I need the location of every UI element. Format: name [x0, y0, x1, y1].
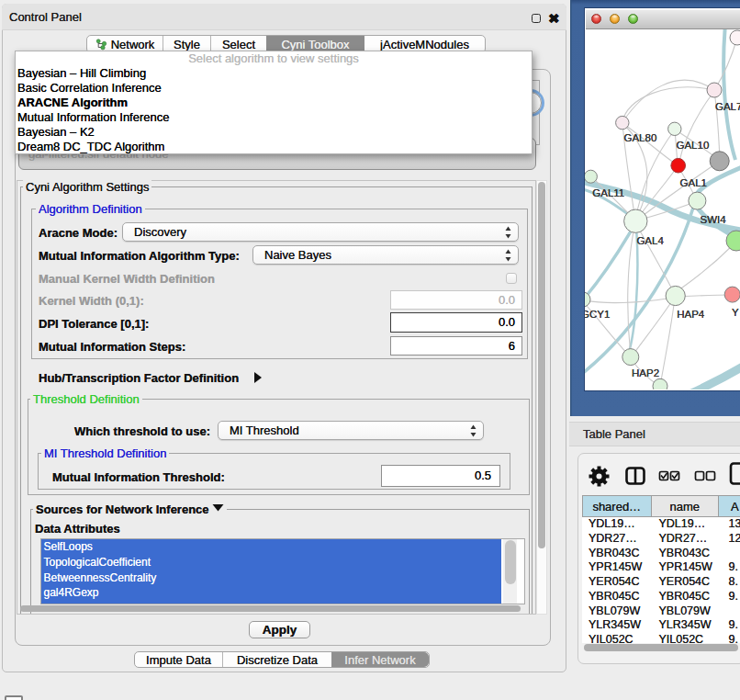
svg-text:GAL7: GAL7	[715, 101, 740, 112]
svg-text:HAP2: HAP2	[632, 367, 659, 378]
svg-text:GAL1: GAL1	[680, 177, 707, 188]
svg-text:GAL80: GAL80	[624, 132, 657, 143]
svg-text:GAL10: GAL10	[677, 140, 710, 151]
svg-text:Y: Y	[732, 307, 739, 318]
svg-text:HAP4: HAP4	[677, 309, 705, 320]
svg-text:SWI4: SWI4	[701, 214, 727, 225]
svg-text:GCY1: GCY1	[585, 309, 610, 320]
svg-text:GAL4: GAL4	[636, 235, 664, 246]
svg-text:GAL11: GAL11	[592, 187, 624, 198]
